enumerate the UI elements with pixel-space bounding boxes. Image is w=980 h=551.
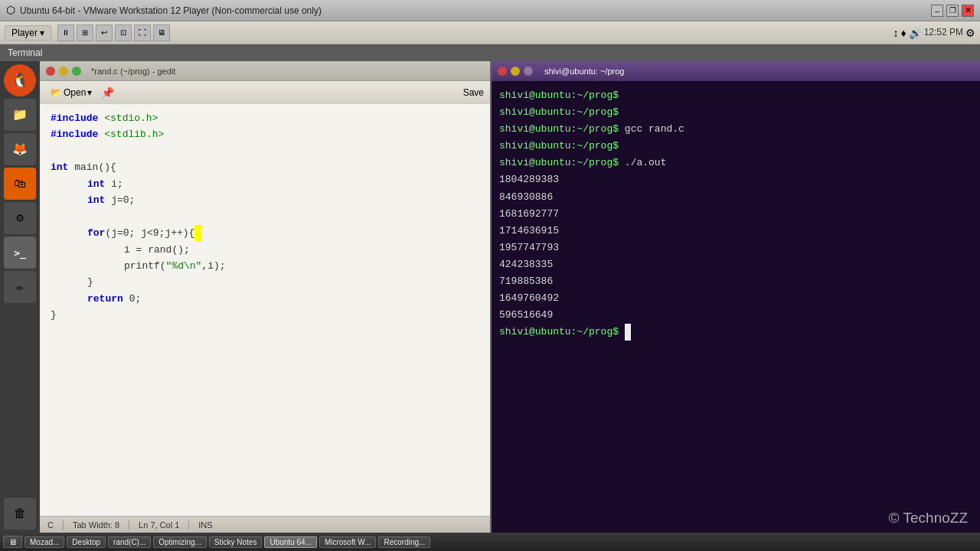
vmware-title-bar: ⬡ Ubuntu 64-bit - VMware Workstation 12 … — [0, 0, 980, 21]
cursor-position: Ln 7, Col 1 — [139, 520, 179, 530]
save-button[interactable]: Save — [463, 87, 484, 98]
editor-max-dot[interactable] — [72, 67, 81, 76]
taskbar-recording[interactable]: Recording... — [378, 536, 430, 548]
editor-tab-title: *rand.c (~/prog) - gedit — [91, 67, 175, 76]
terminal-cursor — [625, 324, 631, 341]
terminal-max-dot[interactable] — [524, 67, 533, 76]
sidebar-software-button[interactable]: 🛍 — [4, 168, 36, 200]
sidebar-settings-button[interactable]: ⚙ — [4, 202, 36, 234]
toolbar-right-btn2[interactable]: ♦ — [900, 27, 906, 39]
status-sep1 — [63, 520, 64, 530]
open-button[interactable]: 📂 Open ▾ — [46, 86, 96, 99]
code-line-13: } — [51, 307, 479, 323]
terminal-close-dot[interactable] — [498, 67, 507, 76]
code-line-5: int i; — [51, 176, 479, 192]
code-editor: *rand.c (~/prog) - gedit 📂 Open ▾ 📌 Save… — [40, 61, 492, 533]
code-line-6: int j=0; — [51, 192, 479, 208]
language-selector[interactable]: C — [47, 520, 54, 530]
code-line-2: #include <stdlib.h> — [51, 126, 479, 142]
toolbar-btn2[interactable]: ⊞ — [77, 24, 93, 41]
term-line-gcc: shivi@ubuntu:~/prog$ gcc rand.c — [499, 121, 972, 138]
sidebar-editor-button[interactable]: ✏ — [4, 271, 36, 303]
toolbar-btn4[interactable]: ⊡ — [115, 24, 132, 41]
code-line-12: return 0; — [51, 291, 479, 307]
editor-status-bar: C Tab Width: 8 Ln 7, Col 1 INS — [40, 516, 490, 533]
code-line-8: for(j=0; j<9;j++){ — [51, 225, 479, 241]
system-time: 12:52 PM — [924, 27, 963, 39]
editor-toolbar: 📂 Open ▾ 📌 Save — [40, 81, 490, 104]
code-line-10: printf("%d\n",i); — [51, 258, 479, 274]
term-line-4: shivi@ubuntu:~/prog$ — [499, 138, 972, 155]
code-line-4: int main(){ — [51, 159, 479, 175]
term-output-6: 424238335 — [499, 256, 972, 273]
title-bar-text: Ubuntu 64-bit - VMware Workstation 12 Pl… — [20, 5, 928, 16]
vmware-logo-icon: ⬡ — [6, 4, 15, 17]
status-sep3 — [188, 520, 189, 530]
status-sep2 — [129, 520, 129, 530]
code-line-11: } — [51, 274, 479, 290]
term-output-9: 596516649 — [499, 307, 972, 324]
terminal-label: Terminal — [8, 47, 42, 58]
term-output-4: 1714636915 — [499, 223, 972, 240]
taskbar-ubuntu[interactable]: Ubuntu 64... — [264, 536, 316, 548]
editor-close-dot[interactable] — [46, 67, 55, 76]
code-line-blank2 — [51, 209, 479, 225]
toolbar-btn5[interactable]: ⛶ — [134, 24, 151, 41]
taskbar-sticky[interactable]: Sticky Notes — [209, 536, 263, 548]
sidebar-firefox-button[interactable]: 🦊 — [4, 133, 36, 165]
toolbar-right-btn1[interactable]: ↕ — [893, 27, 898, 39]
sidebar-ubuntu-button[interactable]: 🐧 — [4, 64, 36, 96]
sidebar-files-button[interactable]: 📁 — [4, 99, 36, 131]
tab-width-selector[interactable]: Tab Width: 8 — [73, 520, 119, 530]
taskbar-randc[interactable]: rand(C)... — [108, 536, 151, 548]
term-output-2: 846930886 — [499, 189, 972, 206]
sidebar-trash-button[interactable]: 🗑 — [4, 497, 36, 530]
taskbar-start[interactable]: 🖥 — [3, 536, 22, 548]
terminal-min-dot[interactable] — [511, 67, 520, 76]
code-content[interactable]: #include <stdio.h> #include <stdlib.h> i… — [40, 104, 490, 516]
code-line-9: i = rand(); — [51, 242, 479, 258]
terminal-title-bar: shivi@ubuntu: ~/prog — [492, 61, 980, 81]
application-sidebar: 🐧 📁 🦊 🛍 ⚙ >_ ✏ 🗑 — [0, 61, 40, 533]
toolbar-btn6[interactable]: 🖥 — [153, 24, 170, 41]
terminal-window: shivi@ubuntu: ~/prog shivi@ubuntu:~/prog… — [492, 61, 980, 533]
edit-mode: INS — [198, 520, 212, 530]
code-line-1: #include <stdio.h> — [51, 110, 479, 126]
taskbar-msword[interactable]: Microsoft W... — [319, 536, 377, 548]
editor-tab-bar: *rand.c (~/prog) - gedit — [40, 61, 490, 81]
term-output-1: 1804289383 — [499, 171, 972, 188]
term-line-run: shivi@ubuntu:~/prog$ ./a.out — [499, 155, 972, 171]
term-output-8: 1649760492 — [499, 290, 972, 307]
player-dropdown-icon: ▾ — [40, 28, 44, 38]
player-menu-button[interactable]: Player ▾ — [5, 25, 51, 41]
pause-button[interactable]: ⏸ — [57, 24, 74, 41]
code-line-blank1 — [51, 143, 479, 159]
terminal-icon: >_ — [14, 247, 26, 259]
term-output-7: 719885386 — [499, 273, 972, 290]
taskbar-optimizing[interactable]: Optimizing... — [153, 536, 207, 548]
editor-min-dot[interactable] — [59, 67, 68, 76]
terminal-title-text: shivi@ubuntu: ~/prog — [544, 67, 624, 76]
open-folder-icon: 📂 — [51, 87, 62, 98]
close-button[interactable]: ✕ — [962, 5, 974, 17]
term-line-final: shivi@ubuntu:~/prog$ — [499, 324, 972, 341]
term-line-2: shivi@ubuntu:~/prog$ — [499, 104, 972, 121]
term-line-1: shivi@ubuntu:~/prog$ — [499, 87, 972, 104]
taskbar-desktop[interactable]: Desktop — [67, 536, 106, 548]
toolbar-right-btn3[interactable]: ⚙ — [965, 27, 975, 39]
taskbar: 🖥 Mozad... Desktop rand(C)... Optimizing… — [0, 533, 980, 551]
sidebar-terminal-button[interactable]: >_ — [4, 236, 36, 269]
minimize-button[interactable]: – — [931, 5, 943, 17]
vmware-toolbar: Player ▾ ⏸ ⊞ ↩ ⊡ ⛶ 🖥 ↕ ♦ 🔊 12:52 PM ⚙ — [0, 21, 980, 44]
term-output-5: 1957747793 — [499, 240, 972, 256]
volume-icon[interactable]: 🔊 — [909, 27, 922, 39]
highlight-brace — [194, 225, 202, 241]
restore-button[interactable]: ❐ — [946, 5, 959, 17]
open-dropdown-icon: ▾ — [87, 87, 92, 98]
term-output-3: 1681692777 — [499, 206, 972, 223]
taskbar-mozad[interactable]: Mozad... — [24, 536, 64, 548]
toolbar-btn3[interactable]: ↩ — [96, 24, 113, 41]
terminal-content[interactable]: shivi@ubuntu:~/prog$ shivi@ubuntu:~/prog… — [492, 81, 980, 533]
pin-button[interactable]: 📌 — [101, 86, 114, 99]
